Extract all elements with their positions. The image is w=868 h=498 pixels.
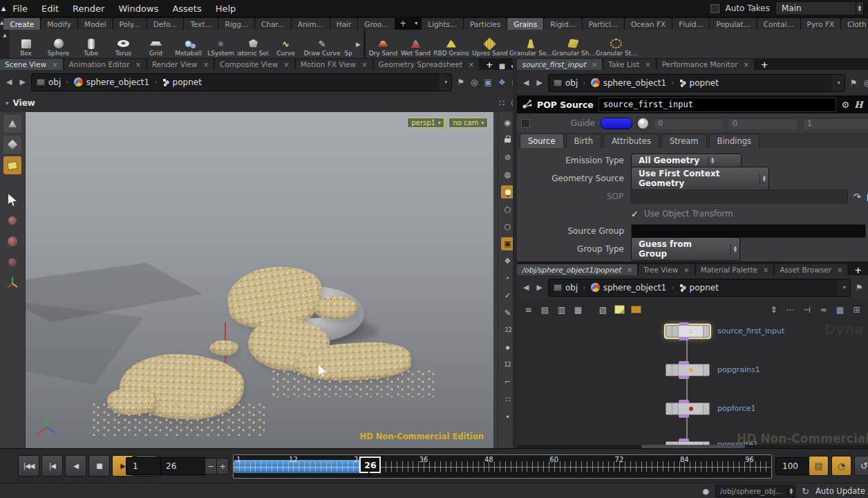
take-spinner[interactable]: ▲▼ bbox=[856, 2, 863, 15]
gear-icon[interactable]: ⚙ bbox=[841, 100, 849, 110]
align-icon[interactable]: ⊣ bbox=[800, 303, 814, 316]
pin-icon[interactable]: ⚑ bbox=[856, 283, 863, 293]
tool-grid[interactable]: Grid bbox=[140, 30, 172, 58]
path-dropdown-icon[interactable]: ▾ bbox=[440, 74, 451, 91]
prev-keyframe-button[interactable]: |◀ bbox=[41, 455, 63, 477]
shelf-tab-character[interactable]: Char... bbox=[255, 18, 291, 30]
crumb-obj[interactable]: obj bbox=[32, 74, 66, 91]
grid-display-icon[interactable]: ⊞ bbox=[849, 303, 864, 316]
rotate-tool-icon[interactable] bbox=[3, 232, 21, 250]
back-icon[interactable]: ◀ bbox=[521, 283, 531, 292]
shelf-tab-deform[interactable]: Defo... bbox=[147, 18, 184, 30]
close-icon[interactable]: × bbox=[361, 61, 367, 68]
menu-help[interactable]: Help bbox=[209, 3, 243, 14]
shelf-tab-create[interactable]: Create bbox=[3, 18, 40, 30]
path-dropdown-icon[interactable]: ▾ bbox=[838, 279, 850, 296]
shelf-tab-cloth[interactable]: Cloth bbox=[841, 18, 868, 30]
take-selector[interactable]: Main ▲▼ bbox=[775, 1, 864, 15]
select-arrow-icon[interactable] bbox=[3, 191, 21, 209]
guide-checkbox[interactable] bbox=[521, 119, 530, 128]
tool-granular-strand[interactable]: Granular St... bbox=[595, 30, 638, 58]
guide-color-swatch[interactable] bbox=[601, 118, 632, 129]
add-tab-button[interactable]: + bbox=[480, 59, 499, 70]
tool-spray[interactable]: Sp bbox=[342, 30, 355, 58]
tab-composite-view[interactable]: Composite View× bbox=[215, 59, 294, 70]
close-icon[interactable]: × bbox=[763, 266, 768, 274]
range-start-field[interactable]: 1 bbox=[126, 457, 161, 475]
sop-field[interactable] bbox=[630, 190, 848, 203]
folder-tab-bindings[interactable]: Bindings bbox=[709, 133, 760, 148]
tool-rbd-grains[interactable]: RBD Grains bbox=[432, 30, 471, 58]
close-icon[interactable]: × bbox=[837, 266, 842, 274]
close-icon[interactable]: × bbox=[627, 266, 632, 274]
folder-tab-source[interactable]: Source bbox=[520, 133, 564, 148]
stop-button[interactable]: ■ bbox=[88, 455, 110, 477]
tool-tube[interactable]: Tube bbox=[75, 30, 107, 58]
tool-platonic[interactable]: Platonic Sol... bbox=[237, 30, 270, 58]
add-tab-button[interactable]: + bbox=[849, 265, 867, 275]
shelf-tab-rigging[interactable]: Rigg... bbox=[218, 18, 254, 30]
tab-source-first-input[interactable]: source_first_input× bbox=[517, 59, 602, 70]
crumb-popnet[interactable]: popnet bbox=[674, 75, 724, 91]
viewport-3d[interactable]: persp1▾ no cam▾ HD Non-Commercial Editio… bbox=[26, 112, 493, 448]
tab-material-palette[interactable]: Material Palette× bbox=[696, 264, 774, 275]
tree-list-icon[interactable]: ≡ bbox=[521, 303, 536, 316]
range-end-field[interactable]: 100 bbox=[775, 457, 813, 475]
camera-selector[interactable]: persp1▾ bbox=[407, 118, 444, 128]
move-tool-icon[interactable] bbox=[3, 212, 21, 230]
close-icon[interactable]: × bbox=[645, 61, 650, 68]
tab-motion-fx-view[interactable]: Motion FX View× bbox=[296, 59, 372, 70]
add-tab-button[interactable]: + bbox=[755, 59, 774, 70]
tool-dry-sand[interactable]: Dry Sand bbox=[367, 30, 399, 58]
current-frame-marker[interactable]: 26 bbox=[359, 456, 381, 473]
source-group-field[interactable] bbox=[631, 224, 866, 238]
shelf-menu-button[interactable]: ▾ bbox=[411, 20, 422, 26]
crumb-obj[interactable]: obj bbox=[549, 75, 583, 91]
tool-granular-source[interactable]: Granular So... bbox=[509, 30, 552, 58]
radial-menu-icon[interactable]: ◎ bbox=[864, 78, 868, 88]
checkbox-checked-icon[interactable]: ✓ bbox=[631, 209, 639, 219]
shelf-tab-texture[interactable]: Text... bbox=[184, 18, 218, 30]
tool-granular-sheet[interactable]: Granular Sh... bbox=[552, 30, 595, 58]
tool-torus[interactable]: Torus bbox=[107, 30, 140, 58]
emission-type-dropdown[interactable]: All Geometry▲▼ bbox=[631, 154, 742, 168]
crumb-sphere-object1[interactable]: sphere_object1 bbox=[586, 279, 672, 296]
shelf-tab-groom[interactable]: Groo... bbox=[358, 18, 395, 30]
folder-tab-attributes[interactable]: Attributes bbox=[603, 133, 659, 148]
shelf-tab-populate[interactable]: Populat... bbox=[710, 18, 756, 30]
shelf-tab-lights[interactable]: Lights... bbox=[422, 18, 463, 30]
tool-metaball[interactable]: Metaball bbox=[172, 30, 205, 58]
tab-network-path[interactable]: /obj/sphere_object1/popnet× bbox=[517, 264, 637, 275]
pane-maximize-icon[interactable]: ■ bbox=[499, 62, 505, 70]
grain-tool-icon[interactable] bbox=[3, 156, 21, 174]
pin-icon[interactable]: ⚑ bbox=[457, 77, 464, 87]
node-popforce1[interactable] bbox=[666, 403, 710, 415]
jump-start-button[interactable]: |◀◀ bbox=[18, 455, 39, 477]
node-name-field[interactable]: source_first_input bbox=[598, 98, 837, 112]
shelf-tab-rigid[interactable]: Rigid... bbox=[544, 18, 581, 30]
scale-tool-icon[interactable] bbox=[3, 253, 21, 271]
node-source-first-input[interactable]: ∴ bbox=[666, 325, 710, 338]
guide-value-z[interactable]: 1 bbox=[803, 118, 868, 129]
tab-animation-editor[interactable]: Animation Editor× bbox=[64, 59, 146, 70]
tab-render-view[interactable]: Render View× bbox=[147, 59, 214, 70]
current-frame-field[interactable]: 26 bbox=[159, 457, 207, 475]
pin-icon[interactable]: ⚑ bbox=[850, 78, 858, 88]
guide-value-x[interactable]: 0 bbox=[654, 118, 723, 129]
tool-lsystem[interactable]: ✳LSystem bbox=[205, 30, 237, 58]
list-view-icon[interactable]: ▤ bbox=[538, 303, 552, 316]
crumb-sphere-object1[interactable]: sphere_object1 bbox=[586, 75, 672, 91]
scene-path-field[interactable]: obj › sphere_object1 › popnet ▾ bbox=[31, 73, 452, 91]
tab-asset-browser[interactable]: Asset Browser× bbox=[775, 264, 847, 275]
tool-box[interactable]: Box bbox=[10, 30, 42, 58]
tool-upres-sand[interactable]: Upres Sand bbox=[471, 30, 509, 58]
refresh-icon[interactable]: ↻ bbox=[802, 486, 809, 497]
sticky-note-icon[interactable] bbox=[612, 303, 627, 316]
grid-snap-icon[interactable]: ▦ bbox=[833, 303, 847, 316]
view-tool-icon[interactable] bbox=[3, 115, 21, 133]
crumb-popnet[interactable]: popnet bbox=[674, 279, 724, 296]
realtime-toggle-button[interactable]: ◔ bbox=[831, 456, 851, 476]
shelf-more-arrow[interactable]: ▶ bbox=[355, 41, 362, 48]
close-icon[interactable]: × bbox=[683, 266, 689, 274]
select-geometry-tool-icon[interactable] bbox=[3, 136, 21, 154]
